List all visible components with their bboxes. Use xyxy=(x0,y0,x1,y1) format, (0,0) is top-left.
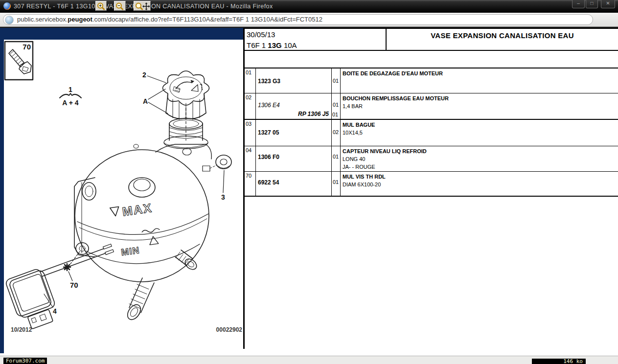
left-frame-strip xyxy=(0,28,4,353)
minimize-button[interactable]: – xyxy=(572,0,585,8)
sheet-code: T6F 1 13G 10A xyxy=(247,40,386,51)
diagram-date: 10/2012 xyxy=(11,326,32,333)
status-bar xyxy=(0,356,618,364)
part-qty: 01 xyxy=(332,146,341,171)
callout-2-leader xyxy=(147,76,166,83)
grommet-drawing xyxy=(203,155,231,171)
star-leader xyxy=(69,272,72,281)
replacement-ref: RP 1306 J5 xyxy=(256,111,329,117)
star-number: 70 xyxy=(70,281,78,289)
title-bar: 307 RESTYL - T6F 1 13G10A - VASE EXPANSI… xyxy=(0,0,618,13)
part-ref: 1327 05 xyxy=(256,120,332,146)
part-qty: 02 xyxy=(332,120,341,146)
part-index: 04 xyxy=(245,146,256,171)
sheet-header-left: 30/05/13 T6F 1 13G 10A xyxy=(245,29,387,50)
watermark-forum: Forum307.com xyxy=(3,358,47,364)
hose-right xyxy=(175,250,199,272)
firefox-icon xyxy=(3,2,11,10)
callout-a-leader1 xyxy=(148,89,165,99)
callout-4-leader xyxy=(44,294,53,307)
zoom-in-icon xyxy=(96,2,106,10)
part-index: 02 xyxy=(245,93,256,119)
sheet-title: VASE EXPANSION CANALISATION EAU xyxy=(387,29,618,50)
url-bar: public.servicebox.peugeot.com/docapv/aff… xyxy=(0,13,618,27)
group-label: A + 4 xyxy=(62,99,79,107)
part-desc: MUL VIS TH RDL DIAM 6X100-20 xyxy=(341,172,618,196)
parts-diagram: 70 1 A + 4 2 A xyxy=(4,40,243,349)
callout-2: 2 xyxy=(142,71,146,79)
callout-4: 4 xyxy=(53,307,57,315)
zoom-pan-button[interactable] xyxy=(134,1,151,11)
group-brace xyxy=(60,93,81,98)
part-ref: 6922 54 xyxy=(256,172,332,196)
max-label: MAX xyxy=(121,201,153,218)
part-ref: 1306 F0 xyxy=(256,146,332,171)
zoom-out-icon xyxy=(115,2,125,10)
part-desc: MUL BAGUE 10X14,5 xyxy=(341,120,618,146)
part-qty: 01 xyxy=(332,172,341,196)
close-button[interactable]: ✕ xyxy=(601,0,615,8)
parts-table: 01 1323 G3 01 BOITE DE DEGAZAGE D'EAU MO… xyxy=(245,68,618,197)
min-label: MIN xyxy=(120,245,140,257)
part-index: 03 xyxy=(245,120,256,146)
part-desc: CAPTEUR NIVEAU LIQ REFROID LONG 40 JA- -… xyxy=(341,146,618,171)
star-marker xyxy=(64,251,80,271)
table-row: 70 6922 54 01 MUL VIS TH RDL DIAM 6X100-… xyxy=(245,172,618,197)
table-row: 01 1323 G3 01 BOITE DE DEGAZAGE D'EAU MO… xyxy=(245,68,618,93)
part-ref: 1323 G3 xyxy=(256,68,332,93)
part-qty: 01 xyxy=(332,68,341,93)
address-input[interactable]: public.servicebox.peugeot.com/docapv/aff… xyxy=(3,14,593,25)
inset-number: 70 xyxy=(23,43,31,51)
diagram-number: 00022902 xyxy=(216,326,243,333)
table-row: 03 1327 05 02 MUL BAGUE 10X14,5 xyxy=(245,120,618,146)
tank-marks: MAX MIN xyxy=(110,200,162,258)
zoom-out-button[interactable] xyxy=(114,1,126,11)
zoom-pan-icon xyxy=(135,2,150,10)
url-text[interactable]: public.servicebox.peugeot.com/docapv/aff… xyxy=(17,15,585,24)
part-desc: BOUCHON REMPLISSAGE EAU MOTEUR 1,4 BAR xyxy=(341,93,618,119)
table-row: 04 1306 F0 01 CAPTEUR NIVEAU LIQ REFROID… xyxy=(245,146,618,172)
callout-a-leader2 xyxy=(148,102,168,114)
firefox-window: 307 RESTYL - T6F 1 13G10A - VASE EXPANSI… xyxy=(0,0,618,364)
zoom-in-button[interactable] xyxy=(95,1,107,11)
callout-3: 3 xyxy=(221,193,225,201)
hose-left xyxy=(125,278,154,322)
table-row: 02 1306 E4 01 BOUCHON REMPLISSAGE EAU MO… xyxy=(245,93,618,120)
callout-3-leader xyxy=(223,170,224,193)
part-index: 01 xyxy=(245,68,256,93)
sheet-date: 30/05/13 xyxy=(247,29,386,40)
diagram-toolbar xyxy=(0,28,243,40)
callout-a: A xyxy=(143,97,148,105)
replacement-qty: 01 xyxy=(332,112,338,117)
group-number: 1 xyxy=(69,86,72,93)
mounting-bracket xyxy=(74,178,96,257)
site-favicon-icon[interactable] xyxy=(5,16,14,24)
size-badge: 146 ko xyxy=(532,359,586,364)
sensor-drawing xyxy=(5,242,129,332)
sheet-header: 30/05/13 T6F 1 13G 10A VASE EXPANSION CA… xyxy=(245,28,618,51)
part-desc: BOITE DE DEGAZAGE D'EAU MOTEUR xyxy=(341,68,618,93)
part-index: 70 xyxy=(245,172,256,196)
maximize-button[interactable]: □ xyxy=(586,0,598,8)
